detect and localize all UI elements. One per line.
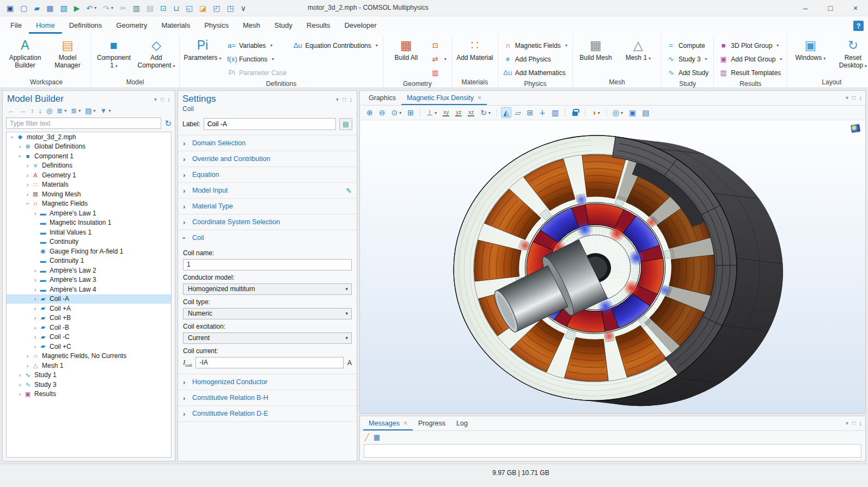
tree-item[interactable]: ›▬Ampère's Law 2 [7, 266, 171, 275]
redo-button[interactable]: ↷▾ [101, 3, 115, 13]
tree-expander-icon[interactable]: › [32, 295, 39, 302]
node-label-input[interactable] [204, 118, 336, 130]
grid-button[interactable]: ⊞ [524, 107, 535, 118]
section-header[interactable]: ›Equation [178, 167, 357, 182]
panel-menu-icon[interactable]: ▾ [336, 96, 339, 102]
tab-magnetic-flux-density[interactable]: Magnetic Flux Density× [401, 91, 487, 105]
panel-float-icon[interactable]: □ [343, 96, 346, 102]
save-button[interactable]: ▦ [44, 3, 56, 13]
minimize-button[interactable]: – [793, 0, 818, 16]
tree-item[interactable]: ›▰Coil +C [7, 342, 171, 352]
tree-item[interactable]: ›▬Ampère's Law 3 [7, 275, 171, 285]
tree-item[interactable]: ▬Magnetic Insulation 1 [7, 218, 171, 228]
select-box-button[interactable]: ◱ [184, 3, 195, 13]
maximize-button[interactable]: □ [818, 0, 843, 16]
insert-button[interactable]: ⊡ [158, 3, 169, 13]
add-study-button[interactable]: ∿Add Study [664, 66, 711, 79]
zoom-out-button[interactable]: ⊖ [377, 107, 388, 118]
tree-item[interactable]: ›△Mesh 1 [7, 361, 171, 371]
tab-messages[interactable]: Messages× [363, 416, 413, 430]
add-plot-group-button[interactable]: ▣Add Plot Group▾ [717, 52, 784, 66]
help-button[interactable]: ? [853, 21, 864, 31]
move-up-button[interactable]: ↑ [29, 106, 36, 115]
tree-expander-icon[interactable]: › [24, 191, 31, 198]
transparency-button[interactable]: ◭ [501, 107, 511, 118]
tree-item[interactable]: ›■Component 1 [7, 151, 171, 161]
rename-node-button[interactable]: ▤ [339, 118, 352, 130]
tree-expander-icon[interactable]: › [32, 286, 39, 293]
lock-view-button[interactable] [569, 107, 581, 118]
find-button[interactable]: ◰ [211, 3, 222, 13]
section-header[interactable]: ›Override and Contribution [178, 151, 357, 167]
clear-messages-button[interactable]: ╱ [365, 433, 369, 441]
coil-current-field[interactable]: -IA [195, 357, 344, 368]
panel-pin-icon[interactable]: ↨ [350, 96, 352, 102]
mesh-1-button[interactable]: △Mesh 1▾ [618, 35, 658, 63]
panel-pin-icon[interactable]: ↨ [859, 95, 862, 101]
reset-desktop-button[interactable]: ↻Reset Desktop▾ [833, 35, 868, 70]
tree-expander-icon[interactable]: › [16, 372, 23, 378]
close-tab-icon[interactable]: × [404, 420, 407, 427]
section-header[interactable]: ›Constitutive Relation D-E [178, 406, 357, 421]
panel-float-icon[interactable]: □ [852, 420, 855, 426]
close-button[interactable]: × [843, 0, 868, 16]
cut-button[interactable]: ✂ [118, 3, 129, 13]
section-header[interactable]: ›Homogenized Conductor [178, 374, 357, 390]
variables-button[interactable]: a=Variables▾ [225, 39, 289, 52]
panel-float-icon[interactable]: □ [852, 95, 855, 101]
result-templates-button[interactable]: ▥Result Templates [717, 66, 784, 79]
section-header[interactable]: ›Coordinate System Selection [178, 214, 357, 230]
app-logo-button[interactable]: ▣ [4, 3, 16, 13]
graphics-canvas[interactable] [360, 120, 865, 413]
section-header[interactable]: ›Model Input✎ [178, 183, 357, 198]
tree-expander-icon[interactable]: › [32, 343, 39, 350]
toolbar-options-button[interactable]: ∨ [239, 3, 248, 13]
section-header[interactable]: ›Domain Selection [178, 135, 357, 151]
tree-expander-icon[interactable]: › [32, 276, 39, 283]
panel-float-icon[interactable]: □ [161, 96, 164, 102]
parameter-case-button[interactable]: PiParameter Case [225, 66, 289, 79]
functions-button[interactable]: f(x)Functions▾ [225, 52, 289, 66]
tree-item[interactable]: ›AGeometry 1 [7, 170, 171, 180]
tree-item[interactable]: ›▰Coil -C [7, 332, 171, 342]
menu-item-geometry[interactable]: Geometry [109, 16, 154, 34]
tree-item[interactable]: ›∩Magnetic Fields, No Currents [7, 352, 171, 361]
menu-item-study[interactable]: Study [267, 16, 299, 34]
add-physics-button[interactable]: ∗Add Physics [501, 52, 570, 66]
study-3-button[interactable]: ∿Study 3▾ [664, 52, 711, 66]
section-header[interactable]: ›Material Type [178, 199, 357, 214]
partition-button[interactable]: ▥ [429, 66, 449, 79]
open-button[interactable]: ▰ [32, 3, 42, 13]
menu-item-definitions[interactable]: Definitions [62, 16, 109, 34]
tree-item[interactable]: ›∿Study 3 [7, 380, 171, 390]
tree-item[interactable]: ›▬Ampère's Law 1 [7, 208, 171, 218]
tree-item[interactable]: ▬Continuity [7, 237, 171, 247]
show-button[interactable]: ◎ [45, 106, 54, 115]
build-mesh-button[interactable]: ▦Build Mesh [576, 35, 616, 61]
tree-expander-icon[interactable]: › [16, 391, 23, 397]
section-header[interactable]: ›Constitutive Relation B-H [178, 390, 357, 405]
tree-item[interactable]: ›▬Ampère's Law 4 [7, 285, 171, 294]
panel-menu-icon[interactable]: ▾ [154, 96, 157, 102]
windows-button[interactable]: ▣Windows▾ [790, 35, 830, 63]
tree-expander-icon[interactable]: › [32, 305, 39, 312]
build-all-button[interactable]: ▦Build All [386, 35, 426, 61]
new-file-button[interactable]: ▢ [18, 3, 29, 13]
environment-button[interactable]: ◎▾ [610, 107, 625, 118]
tab-progress[interactable]: Progress [413, 416, 451, 430]
tree-expander-icon[interactable]: › [32, 324, 39, 331]
move-down-button[interactable]: ↓ [37, 106, 44, 115]
run-button[interactable]: ▶ [72, 3, 82, 13]
orientation-axes-button[interactable]: ∔ [537, 107, 548, 118]
back-button[interactable]: ← [6, 106, 16, 115]
tree-item[interactable]: ›∷Materials [7, 180, 171, 190]
save-preview-button[interactable]: ▧ [58, 3, 69, 13]
open-messages-window-button[interactable]: ▦ [374, 433, 380, 441]
delete-button[interactable]: ⊔ [171, 3, 181, 13]
tree-expander-icon[interactable]: › [24, 200, 31, 207]
tree-expander-icon[interactable]: › [24, 181, 31, 188]
tree-expander-icon[interactable]: › [24, 162, 31, 169]
color-legend-button[interactable]: ▥ [549, 107, 561, 118]
add-component-button[interactable]: ◇Add Component▾ [136, 35, 176, 70]
coil-excitation-select[interactable]: Current▾ [183, 332, 352, 344]
